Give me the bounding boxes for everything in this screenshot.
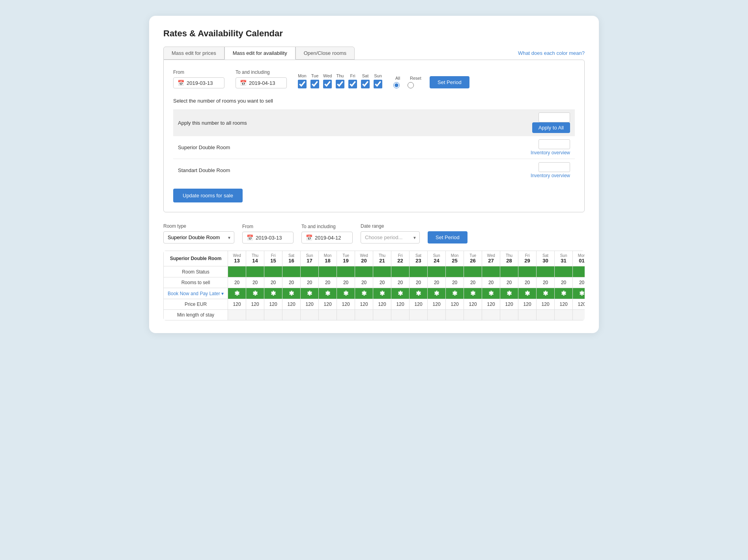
cell-4-2[interactable] <box>264 310 282 320</box>
day-checkbox-wed[interactable] <box>323 80 332 88</box>
cell-1-3[interactable]: 20 <box>282 277 301 288</box>
cell-3-9[interactable]: 120 <box>391 299 410 310</box>
day-checkbox-fri[interactable] <box>348 80 357 88</box>
cell-4-11[interactable] <box>428 310 446 320</box>
cell-1-13[interactable]: 20 <box>464 277 482 288</box>
cell-1-10[interactable]: 20 <box>410 277 428 288</box>
cell-2-14[interactable]: ✱ <box>482 288 500 299</box>
cell-3-8[interactable]: 120 <box>373 299 391 310</box>
cell-4-18[interactable] <box>555 310 573 320</box>
cell-0-0[interactable] <box>228 266 246 277</box>
cell-0-9[interactable] <box>391 266 410 277</box>
cell-1-16[interactable]: 20 <box>518 277 537 288</box>
cell-4-14[interactable] <box>482 310 500 320</box>
cell-1-8[interactable]: 20 <box>373 277 391 288</box>
cell-4-16[interactable] <box>518 310 537 320</box>
cell-1-11[interactable]: 20 <box>428 277 446 288</box>
cell-3-16[interactable]: 120 <box>518 299 537 310</box>
cell-2-0[interactable]: ✱ <box>228 288 246 299</box>
cell-0-12[interactable] <box>446 266 464 277</box>
to-date-input[interactable]: 📅 2019-04-13 <box>236 77 287 88</box>
cell-0-14[interactable] <box>482 266 500 277</box>
day-checkbox-sat[interactable] <box>361 80 370 88</box>
day-checkbox-sun[interactable] <box>374 80 382 88</box>
cell-0-19[interactable] <box>573 266 585 277</box>
cell-3-14[interactable]: 120 <box>482 299 500 310</box>
cell-0-6[interactable] <box>337 266 355 277</box>
cell-0-13[interactable] <box>464 266 482 277</box>
cell-4-12[interactable] <box>446 310 464 320</box>
day-checkbox-mon[interactable] <box>298 80 307 88</box>
cell-2-8[interactable]: ✱ <box>373 288 391 299</box>
cell-2-7[interactable]: ✱ <box>355 288 373 299</box>
cell-0-11[interactable] <box>428 266 446 277</box>
cell-2-16[interactable]: ✱ <box>518 288 537 299</box>
cell-1-4[interactable]: 20 <box>301 277 319 288</box>
cell-0-3[interactable] <box>282 266 301 277</box>
cell-3-13[interactable]: 120 <box>464 299 482 310</box>
cell-0-7[interactable] <box>355 266 373 277</box>
cell-2-2[interactable]: ✱ <box>264 288 282 299</box>
date-range-select[interactable]: Choose period... <box>361 231 420 243</box>
room-2-input[interactable] <box>539 162 570 172</box>
cell-4-19[interactable] <box>573 310 585 320</box>
cell-3-2[interactable]: 120 <box>264 299 282 310</box>
cell-1-19[interactable]: 20 <box>573 277 585 288</box>
from-date-input[interactable]: 📅 2019-03-13 <box>173 77 224 88</box>
cell-4-7[interactable] <box>355 310 373 320</box>
cell-2-13[interactable]: ✱ <box>464 288 482 299</box>
cell-3-19[interactable]: 120 <box>573 299 585 310</box>
cell-0-16[interactable] <box>518 266 537 277</box>
tab-openclose[interactable]: Open/Close rooms <box>295 47 355 60</box>
cell-3-17[interactable]: 120 <box>537 299 555 310</box>
radio-all-input[interactable] <box>393 82 400 88</box>
cell-4-1[interactable] <box>246 310 264 320</box>
cell-1-7[interactable]: 20 <box>355 277 373 288</box>
radio-reset[interactable] <box>408 82 414 88</box>
cell-1-17[interactable]: 20 <box>537 277 555 288</box>
cell-0-2[interactable] <box>264 266 282 277</box>
cell-0-5[interactable] <box>319 266 337 277</box>
cell-1-18[interactable]: 20 <box>555 277 573 288</box>
cell-1-6[interactable]: 20 <box>337 277 355 288</box>
cell-0-17[interactable] <box>537 266 555 277</box>
cell-3-1[interactable]: 120 <box>246 299 264 310</box>
day-checkbox-thu[interactable] <box>336 80 344 88</box>
cell-4-15[interactable] <box>500 310 518 320</box>
cell-1-2[interactable]: 20 <box>264 277 282 288</box>
cell-2-12[interactable]: ✱ <box>446 288 464 299</box>
cal-set-period-button[interactable]: Set Period <box>428 231 468 243</box>
radio-reset-input[interactable] <box>408 82 414 88</box>
cell-4-3[interactable] <box>282 310 301 320</box>
cell-4-8[interactable] <box>373 310 391 320</box>
cell-2-10[interactable]: ✱ <box>410 288 428 299</box>
day-checkbox-tue[interactable] <box>310 80 319 88</box>
cell-3-0[interactable]: 120 <box>228 299 246 310</box>
cell-3-10[interactable]: 120 <box>410 299 428 310</box>
cell-4-9[interactable] <box>391 310 410 320</box>
cell-0-18[interactable] <box>555 266 573 277</box>
room-type-select[interactable]: Superior Double Room <box>163 231 234 243</box>
color-meaning-link[interactable]: What does each color mean? <box>518 50 585 56</box>
cell-3-7[interactable]: 120 <box>355 299 373 310</box>
apply-to-all-button[interactable]: Apply to All <box>532 122 570 133</box>
cell-2-15[interactable]: ✱ <box>500 288 518 299</box>
cell-1-5[interactable]: 20 <box>319 277 337 288</box>
tab-prices[interactable]: Mass edit for prices <box>163 47 224 60</box>
set-period-button[interactable]: Set Period <box>430 76 469 88</box>
cell-1-0[interactable]: 20 <box>228 277 246 288</box>
cell-4-13[interactable] <box>464 310 482 320</box>
cell-4-17[interactable] <box>537 310 555 320</box>
room-1-inventory-link[interactable]: Inventory overview <box>531 150 570 155</box>
cell-3-6[interactable]: 120 <box>337 299 355 310</box>
cell-1-15[interactable]: 20 <box>500 277 518 288</box>
row-label-2[interactable]: Book Now and Pay Later ▾ <box>164 288 228 299</box>
cell-2-9[interactable]: ✱ <box>391 288 410 299</box>
cell-1-12[interactable]: 20 <box>446 277 464 288</box>
cell-2-18[interactable]: ✱ <box>555 288 573 299</box>
cell-4-10[interactable] <box>410 310 428 320</box>
cell-0-8[interactable] <box>373 266 391 277</box>
cell-0-1[interactable] <box>246 266 264 277</box>
cell-4-4[interactable] <box>301 310 319 320</box>
cell-0-4[interactable] <box>301 266 319 277</box>
